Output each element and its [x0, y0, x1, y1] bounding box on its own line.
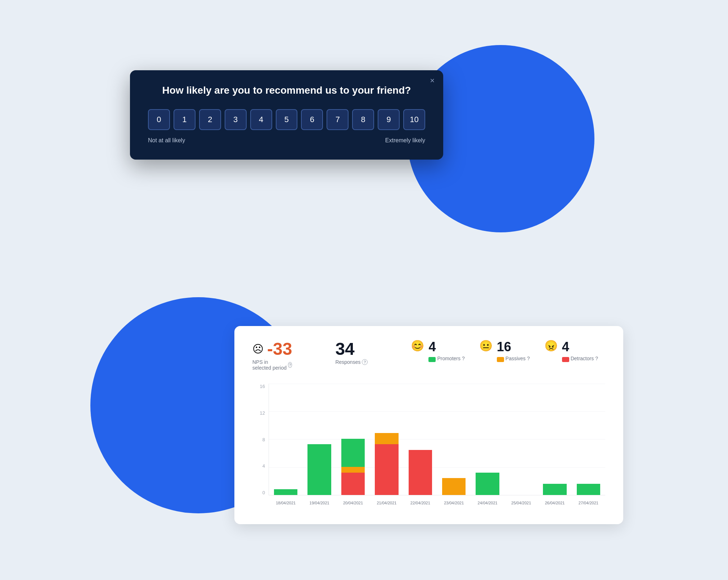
passives-info: 16 Passives ?	[497, 340, 530, 362]
bar-group: 23/04/2021	[437, 384, 471, 495]
detractor-bar-segment	[409, 450, 432, 495]
responses-value: 34	[335, 340, 354, 358]
y-label-12: 12	[252, 410, 265, 416]
y-label-16: 16	[252, 384, 265, 389]
responses-help-icon[interactable]: ?	[362, 359, 368, 365]
promoter-bar-segment	[577, 484, 600, 495]
y-label-4: 4	[252, 463, 265, 469]
bar-group: 21/04/2021	[370, 384, 403, 495]
bar-group: 27/04/2021	[572, 384, 605, 495]
bar-stack	[476, 473, 499, 495]
responses-stat-top: 34	[335, 340, 368, 358]
promoter-bar-segment	[543, 484, 566, 495]
scale-label-left: Not at all likely	[148, 137, 185, 144]
promoters-value: 4	[428, 340, 464, 353]
nps-button-1[interactable]: 1	[174, 109, 196, 130]
passives-block: 😐 16 Passives ?	[479, 340, 530, 362]
promoter-bar-segment	[274, 489, 297, 495]
promoter-dot	[428, 357, 436, 362]
chart-container: 0481216 18/04/202119/04/202120/04/202121…	[252, 384, 605, 506]
passive-bar-segment	[442, 478, 466, 495]
bar-date-label: 27/04/2021	[579, 501, 598, 505]
promoters-block: 😊 4 Promoters ?	[411, 340, 464, 362]
passives-label: Passives ?	[497, 355, 530, 362]
y-label-0: 0	[252, 490, 265, 495]
bar-date-label: 24/04/2021	[478, 501, 498, 505]
bar-stack	[375, 433, 398, 495]
y-label-8: 8	[252, 437, 265, 442]
bar-group: 22/04/2021	[404, 384, 437, 495]
nps-help-icon[interactable]: ?	[288, 362, 292, 368]
detractor-bar-segment	[375, 444, 398, 495]
detractors-label: Detractors ?	[562, 355, 598, 362]
bar-group: 18/04/2021	[269, 384, 302, 495]
promoter-bar-segment	[341, 439, 365, 467]
promoters-info: 4 Promoters ?	[428, 340, 464, 362]
chart-inner: 18/04/202119/04/202120/04/202121/04/2021…	[269, 384, 605, 495]
bar-group: 25/04/2021	[504, 384, 538, 495]
bar-date-label: 19/04/2021	[310, 501, 329, 505]
passive-bar-segment	[341, 467, 365, 473]
bar-date-label: 18/04/2021	[276, 501, 296, 505]
bar-date-label: 25/04/2021	[511, 501, 531, 505]
dashboard-card: ☹ -33 NPS in selected period ? 34 Respon…	[234, 326, 623, 524]
nps-button-0[interactable]: 0	[148, 109, 170, 130]
bar-stack	[442, 478, 466, 495]
bar-stack	[341, 439, 365, 495]
bar-date-label: 26/04/2021	[545, 501, 565, 505]
nps-label: NPS in selected period ?	[252, 359, 292, 371]
scale-label-right: Extremely likely	[385, 137, 425, 144]
detractors-icon: 😠	[544, 340, 558, 351]
nps-button-7[interactable]: 7	[327, 109, 349, 130]
nps-button-6[interactable]: 6	[301, 109, 323, 130]
bar-stack	[274, 489, 297, 495]
bar-group: 20/04/2021	[336, 384, 370, 495]
bar-stack	[307, 444, 331, 495]
stats-row: ☹ -33 NPS in selected period ? 34 Respon…	[252, 340, 605, 371]
promoter-bar-segment	[476, 473, 499, 495]
survey-modal: × How likely are you to recommend us to …	[130, 70, 443, 160]
passives-value: 16	[497, 340, 530, 353]
bar-stack	[543, 484, 566, 495]
detractors-help-icon[interactable]: ?	[595, 356, 598, 361]
bar-group: 26/04/2021	[538, 384, 571, 495]
nps-value: -33	[267, 340, 292, 358]
passives-help-icon[interactable]: ?	[527, 356, 530, 361]
detractor-bar-segment	[341, 473, 365, 495]
promoter-bar-segment	[307, 444, 331, 495]
detractor-dot	[562, 357, 569, 362]
nps-button-2[interactable]: 2	[199, 109, 221, 130]
nps-button-9[interactable]: 9	[378, 109, 400, 130]
responses-label: Responses ?	[335, 359, 368, 365]
nps-button-8[interactable]: 8	[352, 109, 374, 130]
detractors-block: 😠 4 Detractors ?	[544, 340, 598, 362]
bar-date-label: 23/04/2021	[444, 501, 464, 505]
nps-scale: 012345678910	[148, 109, 425, 130]
passives-icon: 😐	[479, 340, 493, 351]
survey-question: How likely are you to recommend us to yo…	[148, 85, 425, 96]
bar-group: 24/04/2021	[471, 384, 504, 495]
detractors-value: 4	[562, 340, 598, 353]
passive-bar-segment	[375, 433, 398, 444]
bar-group: 19/04/2021	[302, 384, 336, 495]
nps-icon: ☹	[252, 344, 264, 354]
nps-button-5[interactable]: 5	[276, 109, 298, 130]
promoters-help-icon[interactable]: ?	[462, 356, 465, 361]
nps-stat-top: ☹ -33	[252, 340, 292, 358]
nps-button-4[interactable]: 4	[250, 109, 272, 130]
chart-y-labels: 0481216	[252, 384, 265, 495]
promoters-label: Promoters ?	[428, 355, 464, 362]
nps-button-10[interactable]: 10	[403, 109, 425, 130]
bar-stack	[409, 450, 432, 495]
nps-button-3[interactable]: 3	[225, 109, 247, 130]
scale-labels: Not at all likely Extremely likely	[148, 137, 425, 144]
bar-date-label: 22/04/2021	[410, 501, 430, 505]
nps-stat-block: ☹ -33 NPS in selected period ?	[252, 340, 292, 371]
bar-date-label: 21/04/2021	[377, 501, 396, 505]
promoters-icon: 😊	[411, 340, 424, 351]
detractors-info: 4 Detractors ?	[562, 340, 598, 362]
passive-dot	[497, 357, 504, 362]
responses-stat-block: 34 Responses ?	[335, 340, 368, 365]
bar-date-label: 20/04/2021	[343, 501, 363, 505]
close-button[interactable]: ×	[430, 77, 435, 85]
